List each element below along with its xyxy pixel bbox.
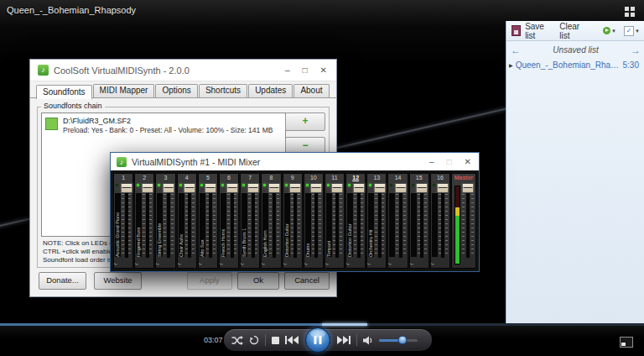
- stop-button[interactable]: [272, 337, 279, 344]
- channel-note-icon[interactable]: ♪: [177, 263, 183, 266]
- channel-note-icon[interactable]: ♪: [113, 263, 119, 266]
- tab-options[interactable]: Options: [155, 84, 197, 98]
- fader-handle[interactable]: [462, 183, 475, 193]
- channel-led-icon[interactable]: [390, 184, 392, 186]
- channel-fader[interactable]: [248, 182, 257, 258]
- channel-fader[interactable]: [333, 182, 342, 258]
- channel-led-icon[interactable]: [263, 184, 266, 186]
- channel-led-icon[interactable]: [433, 184, 435, 186]
- channel-fader[interactable]: [396, 182, 405, 258]
- cancel-button[interactable]: Cancel: [284, 272, 330, 290]
- seek-playhead[interactable]: [322, 323, 367, 326]
- coolsoft-titlebar[interactable]: ♪ CoolSoft VirtualMIDISynth - 2.0.0 – □ …: [30, 60, 336, 81]
- clear-list-button[interactable]: Clear list: [559, 22, 588, 40]
- fader-handle[interactable]: [226, 183, 238, 193]
- list-options-button[interactable]: ▼: [603, 27, 616, 34]
- shuffle-button[interactable]: [231, 336, 243, 345]
- seek-bar[interactable]: [0, 323, 644, 326]
- channel-fader[interactable]: [439, 182, 448, 258]
- channel-led-icon[interactable]: [285, 184, 288, 186]
- channel-note-icon[interactable]: ♪: [262, 263, 267, 266]
- soundfont-list-item[interactable]: D:\FluidR3_GM.SF2 Preload: Yes - Bank: 0…: [42, 113, 285, 139]
- fader-handle[interactable]: [416, 183, 428, 193]
- fader-handle[interactable]: [247, 183, 259, 193]
- volume-slider[interactable]: [379, 339, 418, 342]
- channel-led-icon[interactable]: [348, 184, 351, 186]
- previous-playlist-icon[interactable]: ←: [511, 45, 521, 55]
- mute-button[interactable]: [363, 336, 373, 345]
- tab-soundfonts[interactable]: Soundfonts: [36, 85, 92, 99]
- channel-fader[interactable]: [269, 182, 278, 258]
- channel-fader[interactable]: [291, 182, 300, 258]
- channel-fader[interactable]: [312, 182, 321, 258]
- channel-note-icon[interactable]: ♪: [156, 263, 162, 266]
- fader-handle[interactable]: [437, 183, 449, 193]
- channel-led-icon[interactable]: [306, 184, 309, 186]
- ok-button[interactable]: Ok: [237, 272, 279, 290]
- minimize-icon[interactable]: –: [429, 158, 434, 166]
- channel-note-icon[interactable]: ♪: [430, 263, 436, 266]
- channel-fader[interactable]: [462, 182, 474, 258]
- mixer-titlebar[interactable]: ♪ VirtualMIDISynth #1 - MIDI Mixer – □ ✕: [111, 153, 479, 170]
- donate-button[interactable]: Donate...: [39, 272, 86, 290]
- fader-handle[interactable]: [267, 183, 280, 193]
- channel-led-icon[interactable]: [242, 184, 245, 186]
- fader-handle[interactable]: [373, 183, 386, 193]
- channel-note-icon[interactable]: ♪: [304, 263, 309, 266]
- next-button[interactable]: [337, 336, 351, 344]
- tab-midi-mapper[interactable]: MIDI Mapper: [93, 84, 155, 98]
- channel-note-icon[interactable]: ♪: [325, 263, 330, 266]
- channel-fader[interactable]: [185, 182, 195, 258]
- channel-fader[interactable]: [164, 182, 173, 258]
- selection-options-button[interactable]: ✓ ▼: [624, 26, 640, 36]
- channel-fader[interactable]: [227, 182, 236, 258]
- channel-fader[interactable]: [354, 182, 363, 258]
- channel-led-icon[interactable]: [327, 184, 330, 186]
- tab-shortcuts[interactable]: Shortcuts: [199, 84, 247, 98]
- channel-led-icon[interactable]: [137, 184, 139, 186]
- repeat-button[interactable]: [249, 335, 259, 345]
- save-list-button[interactable]: Save list: [512, 22, 552, 40]
- channel-note-icon[interactable]: ♪: [198, 263, 204, 266]
- view-switch-grid-icon[interactable]: [625, 7, 635, 17]
- channel-led-icon[interactable]: [116, 184, 118, 186]
- playlist-item-title[interactable]: Queen_-_Bohemian_Rhapsody: [516, 60, 621, 70]
- website-button[interactable]: Website: [94, 272, 142, 290]
- minimize-icon[interactable]: –: [285, 66, 290, 75]
- fader-handle[interactable]: [120, 183, 132, 193]
- previous-button[interactable]: [285, 336, 299, 344]
- next-playlist-icon[interactable]: →: [631, 45, 641, 55]
- channel-note-icon[interactable]: ♪: [283, 263, 288, 266]
- apply-button[interactable]: Apply: [187, 272, 232, 290]
- fader-handle[interactable]: [141, 183, 153, 193]
- channel-note-icon[interactable]: ♪: [388, 263, 394, 266]
- close-icon[interactable]: ✕: [465, 158, 471, 166]
- fader-handle[interactable]: [395, 183, 408, 193]
- channel-led-icon[interactable]: [369, 184, 371, 186]
- channel-led-icon[interactable]: [158, 184, 160, 186]
- close-icon[interactable]: ✕: [320, 66, 327, 75]
- maximize-icon[interactable]: □: [303, 66, 308, 75]
- channel-fader[interactable]: [418, 182, 427, 258]
- tab-about[interactable]: About: [293, 84, 329, 98]
- soundfont-enabled-led-icon[interactable]: [45, 118, 58, 130]
- channel-fader[interactable]: [143, 182, 152, 258]
- volume-knob[interactable]: [397, 336, 407, 345]
- fader-handle[interactable]: [310, 183, 323, 193]
- pause-button[interactable]: [305, 327, 330, 353]
- tab-updates[interactable]: Updates: [248, 84, 293, 98]
- channel-led-icon[interactable]: [412, 184, 414, 186]
- fader-handle[interactable]: [289, 183, 302, 193]
- channel-fader[interactable]: [122, 182, 131, 258]
- fader-handle[interactable]: [205, 183, 217, 193]
- channel-note-icon[interactable]: ♪: [240, 263, 246, 266]
- fullscreen-toggle-icon[interactable]: [620, 337, 633, 348]
- channel-led-icon[interactable]: [200, 184, 203, 186]
- channel-fader[interactable]: [206, 182, 216, 258]
- channel-note-icon[interactable]: ♪: [219, 263, 225, 266]
- channel-fader[interactable]: [375, 182, 384, 258]
- channel-note-icon[interactable]: ♪: [345, 263, 351, 266]
- channel-led-icon[interactable]: [221, 184, 224, 186]
- channel-note-icon[interactable]: ♪: [367, 263, 373, 266]
- fader-handle[interactable]: [184, 183, 196, 193]
